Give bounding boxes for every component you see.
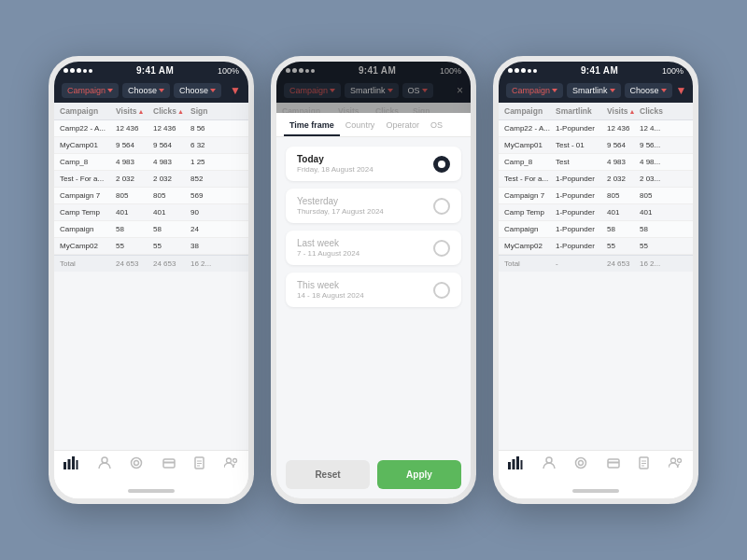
table-row: Camp Temp40140190 — [54, 204, 248, 221]
col-clicks[interactable]: Clicks ▲ — [153, 106, 190, 116]
header-bar-3: Campaign Smartlink Choose ▼ — [499, 78, 693, 103]
nav-user-icon[interactable] — [98, 456, 111, 472]
nav-target-icon[interactable] — [130, 456, 143, 472]
col-smartlink: Smartlink — [556, 106, 607, 116]
modal-tabs: Time frame Country Operator OS — [276, 113, 471, 137]
time-option-today[interactable]: Today Friday, 18 August 2024 — [286, 147, 461, 181]
radio-unselected[interactable] — [433, 282, 450, 299]
modal-body: Today Friday, 18 August 2024 Yesterday T… — [276, 137, 471, 451]
choose-dropdown-1[interactable]: Choose — [122, 83, 170, 98]
svg-point-36 — [579, 461, 584, 466]
table-row: MyCamp019 5649 5646 32 — [54, 137, 248, 154]
choose-dropdown[interactable]: Choose — [625, 83, 672, 98]
radio-unselected[interactable] — [433, 240, 450, 257]
nav-people-icon[interactable] — [669, 456, 684, 472]
table-row: Campaign 71-Popunder805805 — [499, 188, 693, 204]
svg-rect-8 — [163, 462, 175, 464]
table-row: Camp_84 9834 9831 25 — [54, 154, 248, 171]
tab-country[interactable]: Country — [340, 113, 381, 136]
svg-rect-3 — [77, 460, 78, 469]
table-row: MyCamp021-Popunder5555 — [499, 238, 693, 255]
filter-icon[interactable]: ▼ — [676, 84, 687, 97]
phone-2: 9:41 AM 100% Campaign Smartlink OS × Cam… — [271, 56, 476, 504]
phone-3: 9:41 AM 100% Campaign Smartlink Choose ▼… — [493, 56, 698, 504]
svg-point-5 — [132, 458, 142, 469]
campaign-dropdown[interactable]: Campaign — [62, 83, 119, 98]
nav-doc-icon[interactable] — [194, 456, 204, 472]
smartlink-dropdown[interactable]: Smartlink — [567, 83, 621, 98]
col-visits[interactable]: Visits ▲ — [116, 106, 153, 116]
modal-overlay: Time frame Country Operator OS Today Fri… — [276, 62, 471, 498]
col-visits[interactable]: Visits ▲ — [607, 106, 640, 116]
data-table-3: Campaign Smartlink Visits ▲ Clicks Camp2… — [499, 103, 693, 450]
svg-rect-30 — [508, 462, 511, 469]
signal-dot — [63, 68, 68, 73]
svg-rect-0 — [63, 462, 66, 469]
caret-icon — [552, 89, 557, 92]
svg-rect-38 — [608, 462, 619, 464]
time-option-sub: 14 - 18 August 2024 — [297, 291, 364, 300]
caret-icon — [107, 89, 113, 92]
nav-people-icon[interactable] — [224, 456, 239, 472]
table-row: MyCamp02555538 — [54, 238, 248, 255]
table-row: Campaign585824 — [54, 221, 248, 238]
home-bar — [128, 489, 175, 493]
col-campaign: Campaign — [504, 106, 556, 116]
nav-chart-icon[interactable] — [508, 456, 523, 472]
home-indicator — [499, 476, 693, 498]
time-option-thisweek[interactable]: This week 14 - 18 August 2024 — [286, 273, 461, 307]
nav-chart-icon[interactable] — [63, 456, 78, 472]
modal-spacer — [276, 62, 471, 113]
battery-level: 100% — [662, 66, 684, 76]
svg-rect-2 — [72, 456, 75, 469]
tab-timeframe[interactable]: Time frame — [284, 113, 340, 136]
table-row: Campaign 7805805569 — [54, 188, 248, 204]
time-option-label: Last week — [297, 238, 359, 248]
col-clicks: Clicks — [640, 106, 672, 116]
tab-operator[interactable]: Operator — [380, 113, 425, 136]
svg-point-44 — [677, 459, 681, 463]
time-option-yesterday[interactable]: Yesterday Thursday, 17 August 2024 — [286, 189, 461, 223]
caret-icon — [610, 89, 615, 92]
table-footer: Total24 65324 65316 2... — [54, 255, 248, 272]
signal-icons — [63, 68, 92, 73]
filter-icon[interactable]: ▼ — [230, 84, 241, 97]
col-sign: Sign — [190, 106, 218, 116]
radio-unselected[interactable] — [433, 198, 450, 215]
radio-inner — [438, 161, 445, 168]
time-option-sub: 7 - 11 August 2024 — [297, 249, 359, 258]
nav-card-icon[interactable] — [162, 456, 176, 472]
campaign-dropdown[interactable]: Campaign — [506, 83, 563, 98]
table-row: Camp22 - A...1-Popunder12 43612 4... — [499, 120, 693, 137]
status-time: 9:41 AM — [136, 65, 174, 76]
battery-level: 100% — [218, 66, 239, 76]
col-campaign: Campaign — [60, 106, 116, 116]
nav-target-icon[interactable] — [574, 456, 587, 472]
bottom-nav-1 — [54, 450, 248, 476]
table-row: Camp_8Test4 9834 98... — [499, 154, 693, 171]
caret-icon — [159, 89, 164, 92]
nav-card-icon[interactable] — [607, 456, 620, 472]
svg-rect-31 — [513, 459, 515, 469]
table-row: Camp22 - A...12 43612 4368 56 — [54, 120, 248, 137]
table-header: Campaign Smartlink Visits ▲ Clicks — [499, 103, 693, 120]
apply-button[interactable]: Apply — [377, 460, 461, 489]
nav-user-icon[interactable] — [543, 456, 556, 472]
svg-point-6 — [134, 461, 139, 466]
signal-dot — [521, 68, 526, 73]
reset-button[interactable]: Reset — [286, 460, 370, 489]
choose-dropdown-2[interactable]: Choose — [174, 83, 221, 98]
signal-dot — [533, 69, 537, 73]
tab-os[interactable]: OS — [425, 113, 448, 136]
table-row: Campaign1-Popunder5858 — [499, 221, 693, 238]
home-indicator — [54, 476, 248, 498]
time-option-lastweek[interactable]: Last week 7 - 11 August 2024 — [286, 231, 461, 265]
radio-selected[interactable] — [433, 156, 450, 173]
modal-panel: Time frame Country Operator OS Today Fri… — [276, 113, 471, 498]
nav-doc-icon[interactable] — [639, 456, 649, 472]
home-bar — [572, 489, 619, 493]
table-header: Campaign Visits ▲ Clicks ▲ Sign — [54, 103, 248, 120]
status-time: 9:41 AM — [581, 65, 618, 76]
table-row: Camp Temp1-Popunder401401 — [499, 204, 693, 221]
svg-point-35 — [576, 458, 586, 469]
